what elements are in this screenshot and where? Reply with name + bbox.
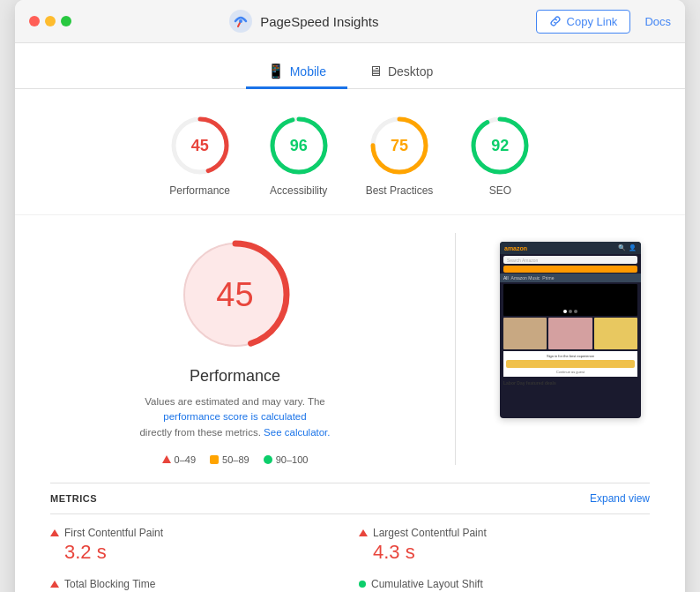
tab-mobile[interactable]: 📱 Mobile <box>246 56 347 89</box>
screenshot-area: amazon 🔍 👤 Search Amazon All Amazon Musi… <box>491 233 650 465</box>
score-value-performance: 45 <box>191 137 209 155</box>
perf-score-link[interactable]: performance score is calculated <box>163 411 306 422</box>
legend-good: 90–100 <box>264 454 309 465</box>
score-best-practices: 75 Best Practices <box>366 114 434 197</box>
metric-fcp-name: First Contentful Paint <box>64 527 163 539</box>
performance-detail: 45 Performance Values are estimated and … <box>50 233 420 465</box>
header-actions: Copy Link Docs <box>536 10 671 34</box>
link-icon <box>549 15 562 27</box>
big-score-circle: 45 <box>174 233 297 356</box>
score-circle-accessibility: 96 <box>267 114 331 177</box>
metric-lcp-name: Largest Contentful Paint <box>373 527 487 539</box>
metric-tbt: Total Blocking Time 2,190 ms <box>50 578 341 592</box>
score-seo: 92 SEO <box>468 114 532 197</box>
metric-tbt-header: Total Blocking Time <box>50 578 341 590</box>
score-label-performance: Performance <box>169 184 230 197</box>
metrics-title: METRICS <box>50 493 97 504</box>
expand-view-link[interactable]: Expand view <box>590 492 650 505</box>
score-legend: 0–49 50–89 90–100 <box>162 454 309 465</box>
metric-fcp: First Contentful Paint 3.2 s <box>50 527 341 564</box>
metric-cls-header: Cumulative Layout Shift <box>359 578 650 590</box>
calc-link[interactable]: See calculator. <box>264 427 330 438</box>
tab-mobile-label: Mobile <box>290 64 326 79</box>
metric-fcp-value: 3.2 s <box>64 541 341 564</box>
score-accessibility: 96 Accessibility <box>267 114 331 197</box>
metric-fcp-header: First Contentful Paint <box>50 527 341 539</box>
desktop-icon: 🖥 <box>369 64 383 79</box>
score-circle-seo: 92 <box>468 114 532 177</box>
score-value-best-practices: 75 <box>391 137 408 155</box>
pagespeed-icon <box>228 9 253 34</box>
metric-tbt-name: Total Blocking Time <box>64 578 155 590</box>
score-value-seo: 92 <box>491 137 509 155</box>
metric-lcp-value: 4.3 s <box>373 541 650 564</box>
section-divider <box>455 233 456 465</box>
legend-avg-icon <box>210 455 219 464</box>
metrics-header: METRICS Expand view <box>50 483 650 514</box>
tab-desktop-label: Desktop <box>388 64 433 79</box>
score-label-seo: SEO <box>489 184 511 197</box>
metric-lcp: Largest Contentful Paint 4.3 s <box>359 527 650 564</box>
copy-link-button[interactable]: Copy Link <box>536 10 631 34</box>
svg-point-1 <box>239 19 242 23</box>
legend-avg-label: 50–89 <box>222 454 249 465</box>
content-area: 📱 Mobile 🖥 Desktop 45 Performance <box>15 43 685 592</box>
performance-title: Performance <box>190 367 280 386</box>
metric-cls: Cumulative Layout Shift 0 <box>359 578 650 592</box>
window-controls <box>29 16 71 26</box>
legend-bad-icon <box>162 455 171 463</box>
metric-fcp-status-icon <box>50 529 59 536</box>
legend-good-label: 90–100 <box>276 454 309 465</box>
scores-row: 45 Performance 96 Accessibility <box>15 89 685 214</box>
perf-desc-text1: Values are estimated and may vary. The <box>145 396 325 407</box>
mobile-icon: 📱 <box>267 63 285 79</box>
metric-tbt-status-icon <box>50 581 59 588</box>
score-performance: 45 Performance <box>168 114 232 197</box>
main-section: 45 Performance Values are estimated and … <box>15 214 685 483</box>
big-score-value: 45 <box>216 276 253 314</box>
perf-desc-text2: directly from these metrics. <box>139 427 260 438</box>
title-bar: PageSpeed Insights Copy Link Docs <box>15 0 685 43</box>
tab-desktop[interactable]: 🖥 Desktop <box>347 56 454 89</box>
performance-description: Values are estimated and may vary. The p… <box>121 394 350 440</box>
copy-link-label: Copy Link <box>567 15 618 28</box>
score-label-best-practices: Best Practices <box>366 184 434 197</box>
app-window: PageSpeed Insights Copy Link Docs 📱 Mobi… <box>15 0 685 592</box>
page-screenshot: amazon 🔍 👤 Search Amazon All Amazon Musi… <box>500 242 641 418</box>
legend-average: 50–89 <box>210 454 249 465</box>
metrics-section: METRICS Expand view First Contentful Pai… <box>15 483 685 592</box>
app-logo: PageSpeed Insights <box>228 9 378 34</box>
maximize-button[interactable] <box>61 16 71 26</box>
close-button[interactable] <box>29 16 40 26</box>
docs-link[interactable]: Docs <box>644 15 671 28</box>
minimize-button[interactable] <box>45 16 56 26</box>
score-value-accessibility: 96 <box>290 137 308 155</box>
metric-cls-status-icon <box>359 581 366 588</box>
score-circle-performance: 45 <box>168 114 232 177</box>
score-circle-best-practices: 75 <box>368 114 431 177</box>
metric-lcp-status-icon <box>359 529 368 536</box>
metric-cls-name: Cumulative Layout Shift <box>371 578 483 590</box>
metrics-grid: First Contentful Paint 3.2 s Largest Con… <box>50 527 650 592</box>
legend-bad-label: 0–49 <box>175 454 196 465</box>
legend-bad: 0–49 <box>162 454 196 465</box>
metric-lcp-header: Largest Contentful Paint <box>359 527 650 539</box>
app-title: PageSpeed Insights <box>260 14 378 29</box>
score-label-accessibility: Accessibility <box>270 184 327 197</box>
legend-good-icon <box>264 455 272 464</box>
tabs-bar: 📱 Mobile 🖥 Desktop <box>15 43 685 89</box>
